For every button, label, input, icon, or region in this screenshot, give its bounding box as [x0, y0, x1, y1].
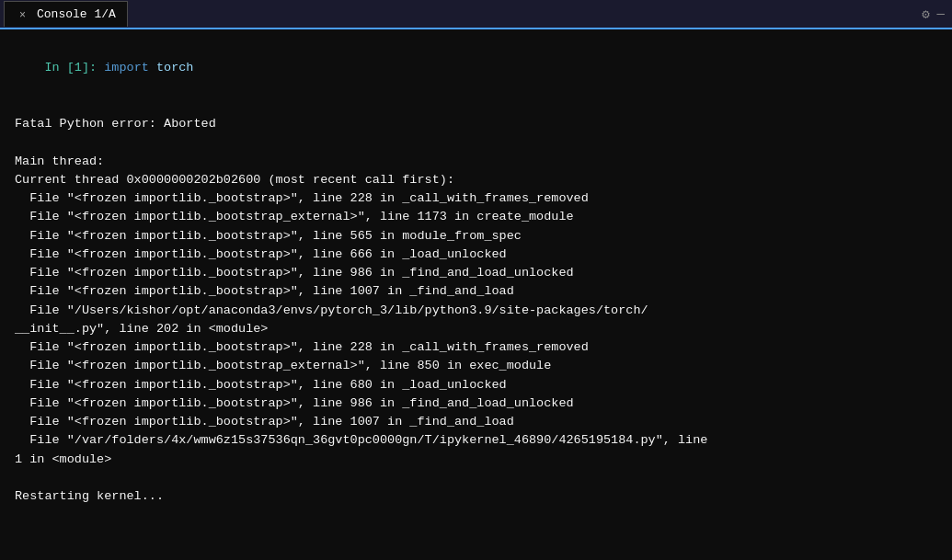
import-keyword: import	[104, 61, 149, 74]
tab-title: Console 1/A	[37, 7, 116, 21]
minimize-icon[interactable]: —	[937, 6, 945, 21]
input-line: In [1]: import torch	[15, 40, 937, 97]
stack-line	[15, 469, 937, 487]
stack-line: File "<frozen importlib._bootstrap>", li…	[15, 264, 937, 282]
stack-line: File "<frozen importlib._bootstrap>", li…	[15, 246, 937, 264]
stack-line: File "<frozen importlib._bootstrap>", li…	[15, 394, 937, 413]
stack-line: Main thread:	[15, 153, 937, 171]
console-area: In [1]: import torch Fatal Python error:…	[0, 29, 952, 560]
stack-line: __init__.py", line 202 in <module>	[15, 320, 937, 338]
stack-line: File "<frozen importlib._bootstrap>", li…	[15, 413, 937, 431]
stack-line: File "/var/folders/4x/wmw6z15s37536qn_36…	[15, 431, 937, 450]
tab-bar: × Console 1/A ⚙ —	[0, 0, 952, 29]
settings-icon[interactable]: ⚙	[922, 6, 929, 22]
module-torch: torch	[156, 61, 194, 74]
stack-line: File "<frozen importlib._bootstrap>", li…	[15, 189, 937, 208]
stack-line: File "<frozen importlib._bootstrap>", li…	[15, 282, 937, 301]
stack-line: File "<frozen importlib._bootstrap>", li…	[15, 376, 937, 394]
stack-line: Current thread 0x0000000202b02600 (most …	[15, 171, 937, 189]
stack-line: File "/Users/kishor/opt/anaconda3/envs/p…	[15, 302, 937, 320]
stack-line: Fatal Python error: Aborted	[15, 115, 937, 133]
stack-line: Restarting kernel...	[15, 487, 937, 506]
toolbar-right: ⚙ —	[922, 6, 952, 22]
stack-line	[15, 133, 937, 152]
input-prompt: In [1]:	[44, 61, 97, 74]
stack-line: File "<frozen importlib._bootstrap>", li…	[15, 338, 937, 357]
stack-line: File "<frozen importlib._bootstrap>", li…	[15, 227, 937, 246]
stack-line	[15, 97, 937, 115]
stack-line: File "<frozen importlib._bootstrap_exter…	[15, 208, 937, 226]
console-output: Fatal Python error: AbortedMain thread:C…	[15, 97, 937, 507]
console-tab[interactable]: × Console 1/A	[4, 1, 128, 27]
tab-close-button[interactable]: ×	[16, 6, 29, 23]
stack-line: File "<frozen importlib._bootstrap_exter…	[15, 357, 937, 375]
module-name	[149, 61, 156, 74]
stack-line: 1 in <module>	[15, 451, 937, 469]
